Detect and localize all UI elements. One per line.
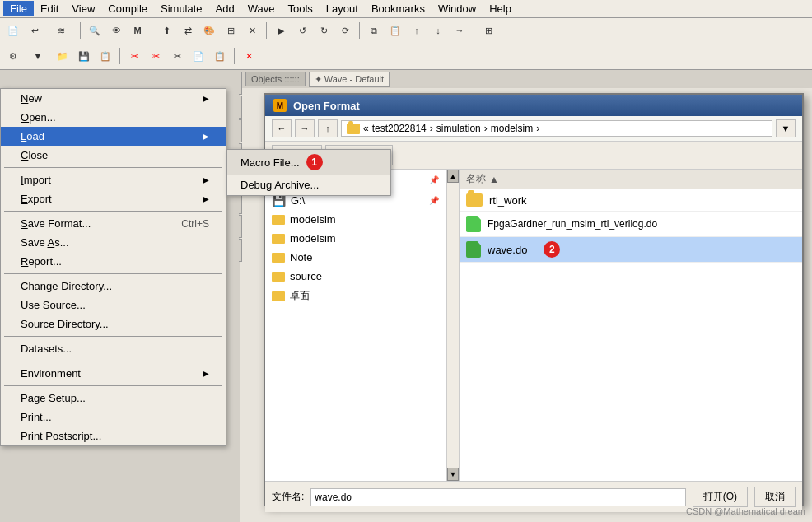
folder-icon-rtl-work [466,193,483,207]
menu-compile[interactable]: Compile [101,1,154,16]
menu-bookmarks[interactable]: Bookmarks [365,1,432,16]
tb2-cut2[interactable]: ✂ [146,47,166,65]
submenu-debug-archive[interactable]: Debug Archive... [227,175,390,195]
tb2-cut3[interactable]: ✂ [167,47,187,65]
menu-item-open[interactable]: Open... [1,108,226,127]
menu-item-environment[interactable]: Environment ▶ [1,364,226,383]
tb-sep3 [266,22,267,39]
file-name-fpga: FpgaGardner_run_msim_rtl_verilog.do [488,218,657,230]
plus-btn-7[interactable]: + [239,215,242,238]
menu-item-import[interactable]: Import ▶ [1,170,226,189]
tb-refresh[interactable]: ↺ [292,21,312,40]
breadcrumb-path: « test2022814 › simulation › modelsim › [341,120,772,137]
menu-item-print-ps[interactable]: Print Postscript... [1,426,226,445]
tb-r3[interactable]: ⟳ [335,21,355,40]
menu-item-save-as[interactable]: Save As... [1,233,226,252]
tb-right[interactable]: → [450,21,469,40]
menu-item-datasets[interactable]: Datasets... [1,339,226,358]
nav-back-btn[interactable]: ← [272,119,292,137]
tb-copy[interactable]: ⧉ [364,21,384,40]
tb-new[interactable]: 📄 [3,21,23,40]
tb2-folder[interactable]: 📁 [53,47,72,65]
menu-add[interactable]: Add [209,1,241,16]
menu-item-close[interactable]: Close [1,146,226,165]
submenu-macro-file[interactable]: Macro File... 1 [227,150,390,175]
tb-palette[interactable]: 🎨 [199,21,219,40]
menu-help[interactable]: Help [483,1,518,16]
menu-tools[interactable]: Tools [281,1,319,16]
breadcrumb-part1[interactable]: test2022814 [372,123,427,134]
menu-item-export[interactable]: Export ▶ [1,189,226,208]
dialog-title-text: Open Format [293,100,360,112]
tb-wave[interactable]: ≋ [46,21,76,40]
scroll-down-btn[interactable]: ▼ [447,468,459,481]
plus-btn-1[interactable]: + [239,72,242,95]
tb-eye[interactable]: 👁 [106,21,126,40]
tb2-doc2[interactable]: 📋 [210,47,230,65]
tb-shuffle[interactable]: ⇄ [178,21,198,40]
tree-item-desktop[interactable]: 卓面 [265,286,446,306]
tb2-cut[interactable]: ✂ [124,47,144,65]
tb2-doc[interactable]: 📄 [189,47,208,65]
menu-sep2 [4,211,222,212]
menu-simulate[interactable]: Simulate [154,1,209,16]
nav-up-btn[interactable]: ↑ [318,119,338,137]
menu-layout[interactable]: Layout [320,1,365,16]
tb2-save[interactable]: 💾 [74,47,94,65]
breadcrumb-part2[interactable]: simulation [436,123,481,134]
tree-item-modelsim2[interactable]: modelsim [265,229,446,248]
menu-sep5 [4,361,222,361]
tb-r2[interactable]: ↻ [314,21,334,40]
cancel-btn[interactable]: 取消 [754,487,796,507]
menu-file[interactable]: File [3,1,34,16]
file-item-rtl-work[interactable]: rtl_work [460,189,802,212]
menu-view[interactable]: View [65,1,101,16]
tree-item-source[interactable]: source [265,267,446,286]
plus-btn-3[interactable]: + [239,119,242,142]
tb-search[interactable]: 🔍 [85,21,105,40]
tb-paste[interactable]: 📋 [385,21,405,40]
wave-tab[interactable]: ✦ Wave - Default [309,72,390,87]
nav-forward-btn[interactable]: → [295,119,315,137]
menu-item-change-dir[interactable]: Change Directory... [1,277,226,296]
plus-btn-8[interactable]: + [239,239,242,262]
tree-item-note[interactable]: Note [265,248,446,267]
menu-edit[interactable]: Edit [34,1,65,16]
menu-item-report[interactable]: Report... [1,252,226,271]
tb-down-arrow[interactable]: ↓ [428,21,448,40]
tb-up[interactable]: ↑ [407,21,427,40]
plus-btn-2[interactable]: + [239,96,242,119]
objects-tab[interactable]: Objects :::::: [245,72,306,86]
filename-input[interactable] [310,488,685,506]
tb-monitor[interactable]: ⊞ [221,21,240,40]
breadcrumb-dropdown-btn[interactable]: ▼ [776,119,796,137]
menu-window[interactable]: Window [432,1,483,16]
menu-wave[interactable]: Wave [241,1,282,16]
tb2-x2[interactable]: ✕ [239,47,259,65]
file-item-fpga[interactable]: FpgaGardner_run_msim_rtl_verilog.do [460,212,802,237]
tb2-dropdown[interactable]: ▼ [25,47,51,65]
menu-item-print[interactable]: Print... [1,408,226,426]
tb-import[interactable]: ⬆ [156,21,176,40]
tb-undo[interactable]: ↩ [25,21,44,40]
menu-item-save-format[interactable]: Save Format... Ctrl+S [1,214,226,233]
file-item-wave-do[interactable]: wave.do 2 [460,237,802,263]
tree-item-modelsim1[interactable]: modelsim [265,210,446,229]
tb-run[interactable]: ▶ [271,21,291,40]
tb-sep5 [474,22,474,39]
tb2-settings[interactable]: ⚙ [3,47,23,65]
scroll-up-btn[interactable]: ▲ [447,170,459,183]
menu-item-page-setup[interactable]: Page Setup... [1,389,226,408]
tree-scrollbar[interactable]: ▲ ▼ [446,170,460,481]
tb-m[interactable]: M [128,21,147,40]
menu-item-new[interactable]: New ▶ [1,89,226,108]
menu-item-load[interactable]: Load ▶ [1,127,226,146]
open-btn[interactable]: 打开(O) [693,487,748,507]
tb-x[interactable]: ✕ [242,21,262,40]
menu-item-source-dir[interactable]: Source Directory... [1,315,226,333]
breadcrumb-part3[interactable]: modelsim [491,123,533,134]
tb2-clipboard[interactable]: 📋 [96,47,115,65]
menu-item-use-source[interactable]: Use Source... [1,296,226,315]
col-name-header[interactable]: 名称 ▲ [466,172,796,186]
tb-grid[interactable]: ⊞ [478,21,498,40]
